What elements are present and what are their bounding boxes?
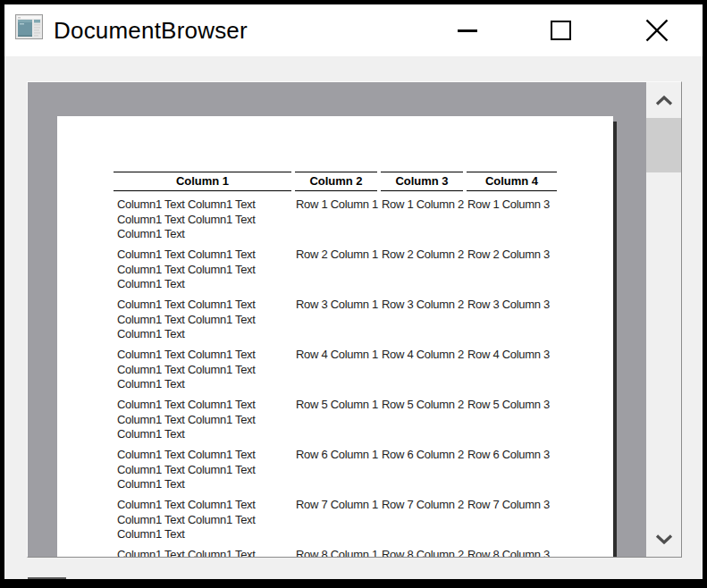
table-cell: Row 5 Column 2 (381, 398, 463, 413)
chevron-up-icon (655, 96, 673, 105)
table-body: Column1 Text Column1 Text Column1 Text C… (114, 197, 557, 557)
table-cell: Row 6 Column 1 (295, 448, 377, 463)
table-cell: Column1 Text Column1 Text Column1 Text C… (114, 348, 291, 392)
chevron-down-icon (655, 534, 673, 544)
maximize-button[interactable] (516, 4, 605, 56)
table-cell: Column1 Text Column1 Text Column1 Text C… (114, 248, 291, 292)
table-cell: Row 8 Column 2 (381, 548, 463, 557)
app-window-icon (15, 14, 43, 39)
header-cell: Column 2 (295, 172, 377, 191)
table-cell: Row 3 Column 2 (381, 298, 463, 313)
table-cell: Row 5 Column 3 (467, 398, 557, 413)
table-cell: Row 3 Column 1 (295, 298, 377, 313)
table-row: Column1 Text Column1 Text Column1 Text C… (114, 197, 557, 248)
minimize-button[interactable] (423, 4, 512, 56)
close-button[interactable] (612, 4, 702, 56)
document-viewer: Column 1 Column 2 Column 3 Column 4 Colu… (27, 81, 682, 558)
table-cell: Column1 Text Column1 Text Column1 Text C… (114, 197, 291, 242)
table-cell: Row 7 Column 2 (381, 498, 463, 513)
page-shadow (613, 122, 617, 557)
table-cell: Row 6 Column 3 (467, 448, 557, 463)
table-cell: Row 1 Column 2 (381, 197, 463, 213)
window-title: DocumentBrowser (54, 4, 248, 56)
app-window: DocumentBrowser Column 1 Column 2 Column… (0, 0, 707, 588)
document-page: Column 1 Column 2 Column 3 Column 4 Colu… (57, 116, 613, 557)
table-cell: Row 2 Column 1 (295, 248, 377, 263)
table-cell: Column1 Text Column1 Text Column1 Text C… (114, 448, 291, 492)
table-row: Column1 Text Column1 Text Column1 Text C… (114, 398, 557, 448)
titlebar[interactable]: DocumentBrowser (4, 4, 703, 56)
scroll-up-button[interactable] (646, 82, 681, 118)
document-scroll-area[interactable]: Column 1 Column 2 Column 3 Column 4 Colu… (28, 82, 646, 557)
scroll-down-button[interactable] (646, 521, 681, 557)
table-cell: Row 4 Column 1 (295, 348, 377, 363)
table-cell: Row 2 Column 2 (381, 248, 463, 263)
table-header-row: Column 1 Column 2 Column 3 Column 4 (114, 172, 557, 191)
minimize-icon (458, 29, 477, 32)
table-cell: Row 1 Column 1 (295, 197, 377, 213)
scrollbar-thumb[interactable] (646, 118, 681, 172)
table-cell: Row 2 Column 3 (467, 248, 557, 263)
table-cell: Row 6 Column 2 (381, 448, 463, 463)
table-cell: Row 4 Column 3 (467, 348, 557, 363)
table-cell: Column1 Text Column1 Text Column1 Text C… (114, 548, 291, 557)
document-table: Column 1 Column 2 Column 3 Column 4 Colu… (114, 172, 557, 557)
table-row: Column1 Text Column1 Text Column1 Text C… (114, 348, 557, 398)
table-row: Column1 Text Column1 Text Column1 Text C… (114, 548, 557, 557)
table-cell: Row 7 Column 3 (467, 498, 557, 513)
table-cell: Row 1 Column 3 (467, 197, 557, 213)
vertical-scrollbar[interactable] (646, 82, 681, 557)
table-cell: Column1 Text Column1 Text Column1 Text C… (114, 298, 291, 342)
table-cell: Row 4 Column 2 (381, 348, 463, 363)
table-cell: Column1 Text Column1 Text Column1 Text C… (114, 498, 291, 542)
table-cell: Row 5 Column 1 (295, 398, 377, 413)
header-cell: Column 4 (467, 172, 557, 191)
table-row: Column1 Text Column1 Text Column1 Text C… (114, 298, 557, 348)
table-cell: Row 8 Column 3 (467, 548, 557, 557)
header-cell: Column 3 (381, 172, 463, 191)
clipped-bottom-element (28, 577, 66, 579)
table-cell: Column1 Text Column1 Text Column1 Text C… (114, 398, 291, 442)
close-icon (645, 19, 669, 42)
table-cell: Row 8 Column 1 (295, 548, 377, 557)
table-cell: Row 7 Column 1 (295, 498, 377, 513)
header-cell: Column 1 (114, 172, 291, 191)
maximize-icon (551, 21, 571, 40)
table-row: Column1 Text Column1 Text Column1 Text C… (114, 448, 557, 498)
table-cell: Row 3 Column 3 (467, 298, 557, 313)
app-icon[interactable] (15, 14, 43, 39)
table-row: Column1 Text Column1 Text Column1 Text C… (114, 498, 557, 548)
table-row: Column1 Text Column1 Text Column1 Text C… (114, 248, 557, 298)
